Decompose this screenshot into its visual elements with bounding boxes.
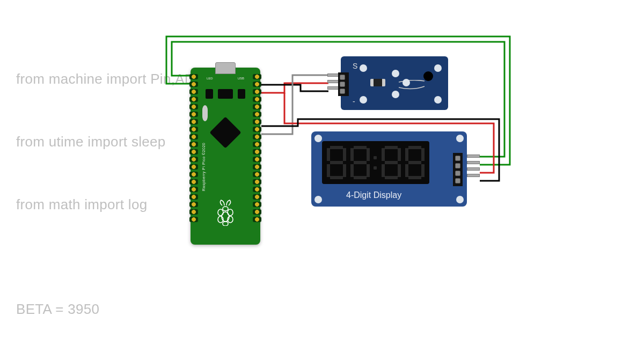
svg-point-1 — [218, 209, 223, 216]
tm1637-4-digit-display[interactable]: 4-Digit Display — [311, 131, 467, 207]
ntc-header-connector-icon — [338, 72, 349, 96]
svg-point-5 — [223, 222, 228, 226]
pico-usb-label: USB — [238, 77, 244, 80]
tm1637-pcb-hole-icon — [456, 135, 464, 142]
ntc-ground-label: - — [353, 97, 355, 106]
pico-small-chip-left-icon — [206, 89, 213, 99]
pico-led-label: LED — [207, 77, 213, 80]
pico-small-chip-icon — [218, 89, 233, 99]
ntc-signal-label: S — [353, 62, 357, 70]
ntc-pcb-hole-icon — [360, 96, 367, 104]
ntc-thermistor-bead-icon — [423, 71, 433, 81]
pico-small-chip-right-icon — [238, 89, 245, 99]
pico-bootsel-button-icon — [202, 105, 208, 121]
tm1637-pcb-hole-icon — [456, 196, 464, 203]
tm1637-pin-leads — [467, 155, 480, 177]
seven-segment-digit-icon — [350, 146, 370, 179]
ntc-pcb-hole-icon — [434, 96, 442, 104]
ntc-resistor-icon — [370, 79, 385, 86]
ntc-thermistor-module[interactable]: S - — [341, 56, 448, 110]
ntc-pcb-hole-icon — [392, 91, 399, 98]
seven-segment-screen-icon — [322, 141, 429, 184]
pico-pins-right — [253, 74, 261, 222]
tm1637-pcb-hole-icon — [314, 196, 322, 203]
ntc-pcb-hole-icon — [434, 64, 442, 72]
tm1637-label: 4-Digit Display — [346, 190, 401, 200]
ntc-pcb-hole-icon — [360, 64, 367, 72]
seven-segment-digit-icon — [405, 146, 425, 179]
ntc-pcb-hole-icon — [392, 70, 399, 77]
pico-board-text: Raspberry Pi Pico ©2020 — [202, 143, 206, 191]
pico-pins-left — [189, 74, 198, 222]
ntc-pin-leads — [327, 74, 339, 90]
seven-segment-digit-icon — [381, 146, 401, 179]
tm1637-header-connector-icon — [453, 153, 463, 186]
seven-segment-colon-icon — [374, 146, 378, 179]
svg-point-2 — [228, 209, 233, 216]
ntc-pcb-hole-icon — [402, 79, 410, 86]
wiring-diagram: LED USB Raspberry Pi Pico ©2020 — [0, 0, 644, 338]
svg-point-6 — [223, 207, 228, 211]
raspberry-pi-logo-icon — [215, 199, 236, 226]
tm1637-pcb-hole-icon — [314, 135, 322, 142]
pico-usb-connector-icon — [215, 62, 236, 74]
seven-segment-digit-icon — [326, 146, 347, 179]
raspberry-pi-pico[interactable]: LED USB Raspberry Pi Pico ©2020 — [191, 68, 260, 245]
pico-rp2040-chip-icon — [209, 116, 241, 148]
